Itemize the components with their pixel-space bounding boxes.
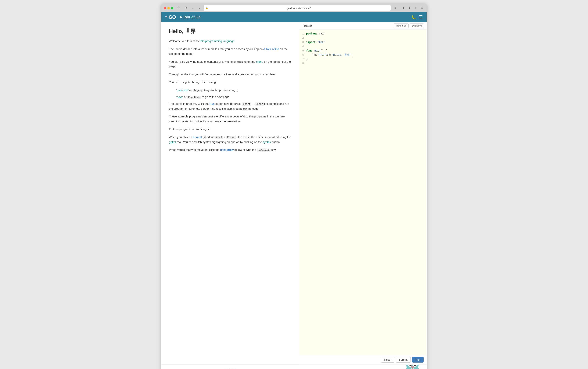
app-header-right: 🐛 ☰ — [411, 15, 423, 20]
next-link[interactable]: "next" — [176, 95, 183, 99]
series-paragraph: Throughout the tour you will find a seri… — [169, 72, 292, 77]
file-tab: hello.go — [302, 24, 314, 28]
nav-hint-previous: "previous" or PageUp to go to the previo… — [169, 88, 292, 93]
go-logo[interactable]: ≡ GO — [165, 14, 176, 20]
prev-arrow[interactable]: < — [224, 368, 226, 369]
toggle-buttons: Imports off Syntax off — [394, 23, 424, 28]
menu-icon[interactable]: ☰ — [419, 15, 423, 20]
svg-point-12 — [411, 366, 414, 368]
code-line-3: 3 import "fmt" — [299, 40, 426, 44]
page-indicator: 1/5 — [228, 368, 232, 369]
format-link[interactable]: Format — [193, 135, 202, 139]
logo-lines-icon: ≡ — [165, 15, 167, 19]
format-button[interactable]: Format — [396, 357, 411, 363]
forward-button[interactable]: › — [197, 5, 202, 10]
code-line-1: 1 package main — [299, 32, 426, 36]
gopher-container — [400, 365, 425, 369]
syntax-link[interactable]: syntax — [263, 140, 271, 144]
interactive-paragraph: The tour is interactive. Click the Run b… — [169, 101, 292, 111]
lock-icon: 🔒 — [205, 7, 208, 9]
menu-link[interactable]: menu — [256, 60, 263, 63]
svg-point-13 — [411, 367, 412, 367]
gopher-mascot — [400, 365, 425, 369]
download-button[interactable]: ⬇ — [401, 5, 406, 10]
navigate-paragraph: You can navigate through them using — [169, 80, 292, 85]
svg-rect-15 — [411, 368, 412, 369]
ready-paragraph: When you're ready to move on, click the … — [169, 147, 292, 152]
close-button[interactable] — [164, 7, 166, 9]
intro-paragraph: Welcome to a tour of the Go programming … — [169, 39, 292, 44]
share-button[interactable]: ⬆ — [407, 5, 412, 10]
app-title: A Tour of Go — [180, 15, 201, 19]
nav-hint-next: "next" or PageDown to go to the next pag… — [169, 94, 292, 99]
bottom-section: < 1/5 > — [162, 364, 426, 369]
code-line-8: 8 — [299, 61, 426, 66]
right-arrow-link[interactable]: right arrow — [220, 148, 234, 151]
minimize-button[interactable] — [167, 7, 170, 9]
sidebar-toggle-button[interactable]: ⊞ — [176, 5, 182, 10]
enter-code: Enter — [255, 102, 264, 106]
bug-icon[interactable]: 🐛 — [411, 15, 416, 19]
code-line-4: 4 — [299, 44, 426, 49]
maximize-button[interactable] — [171, 7, 173, 9]
right-panel: hello.go Imports off Syntax off 1 packag… — [299, 22, 426, 364]
extensions-button[interactable]: ⚙ — [393, 5, 398, 10]
code-toolbar: Reset Format Run — [299, 355, 426, 364]
gofmt-link[interactable]: gofmt — [169, 140, 176, 144]
pagination: < 1/5 > — [162, 365, 299, 369]
traffic-lights — [164, 7, 173, 9]
imports-toggle-button[interactable]: Imports off — [394, 23, 408, 28]
main-content: Hello, 世界 Welcome to a tour of the Go pr… — [162, 22, 426, 364]
enter-code2: Enter — [226, 136, 236, 139]
app-header-left: ≡ GO A Tour of Go — [165, 14, 201, 20]
toc-paragraph: You can also view the table of contents … — [169, 59, 292, 69]
reset-button[interactable]: Reset — [381, 357, 395, 363]
ctrl-code: Ctrl — [215, 136, 223, 139]
previous-link[interactable]: "previous" — [176, 88, 189, 92]
tour-link[interactable]: A Tour of Go — [263, 47, 279, 51]
shift-code: Shift — [242, 102, 251, 106]
code-line-7: 7 } — [299, 57, 426, 61]
code-line-6: 6 fmt.Println("Hello, 世界") — [299, 53, 426, 57]
back-button[interactable]: ‹ — [190, 5, 195, 10]
go-language-link[interactable]: Go programming language — [201, 39, 234, 43]
tab-overview-button[interactable]: ⧉ — [419, 5, 424, 10]
pagedown-code2: PageDown — [257, 149, 271, 152]
demo-paragraph: These example programs demonstrate diffe… — [169, 114, 292, 124]
modules-paragraph: The tour is divided into a list of modul… — [169, 47, 292, 56]
next-arrow[interactable]: > — [235, 368, 237, 369]
code-line-2: 2 — [299, 36, 426, 40]
syntax-toggle-button[interactable]: Syntax off — [410, 23, 424, 28]
pagedown-code: PageDown — [187, 96, 201, 99]
history-button[interactable]: ⏱ — [183, 5, 189, 10]
page-heading: Hello, 世界 — [169, 28, 292, 35]
code-area[interactable]: 1 package main 2 3 import "fmt" 4 5 — [299, 30, 426, 355]
svg-rect-16 — [413, 368, 414, 369]
address-bar-container: 🔒 — [204, 5, 391, 11]
pageup-code: PageUp — [193, 89, 203, 92]
new-tab-button[interactable]: ＋ — [413, 5, 418, 10]
run-button[interactable]: Run — [412, 357, 424, 363]
format-paragraph: When you click on Format (shortcut: Ctrl… — [169, 135, 292, 144]
svg-point-14 — [413, 367, 414, 367]
app-header: ≡ GO A Tour of Go 🐛 ☰ — [162, 12, 426, 22]
edit-paragraph: Edit the program and run it again. — [169, 127, 292, 132]
right-bottom — [299, 365, 426, 369]
logo-text: GO — [169, 14, 176, 20]
left-panel: Hello, 世界 Welcome to a tour of the Go pr… — [162, 22, 299, 364]
code-header: hello.go Imports off Syntax off — [299, 22, 426, 30]
run-link[interactable]: Run — [209, 102, 215, 105]
browser-titlebar: ⊞ ⏱ ‹ › 🔒 ⚙ ⬇ ⬆ ＋ ⧉ — [162, 4, 426, 12]
code-line-5: 5 func main() { — [299, 49, 426, 53]
left-bottom: < 1/5 > — [162, 365, 299, 369]
browser-actions: ⬇ ⬆ ＋ ⧉ — [401, 5, 424, 10]
address-bar[interactable] — [209, 7, 389, 10]
